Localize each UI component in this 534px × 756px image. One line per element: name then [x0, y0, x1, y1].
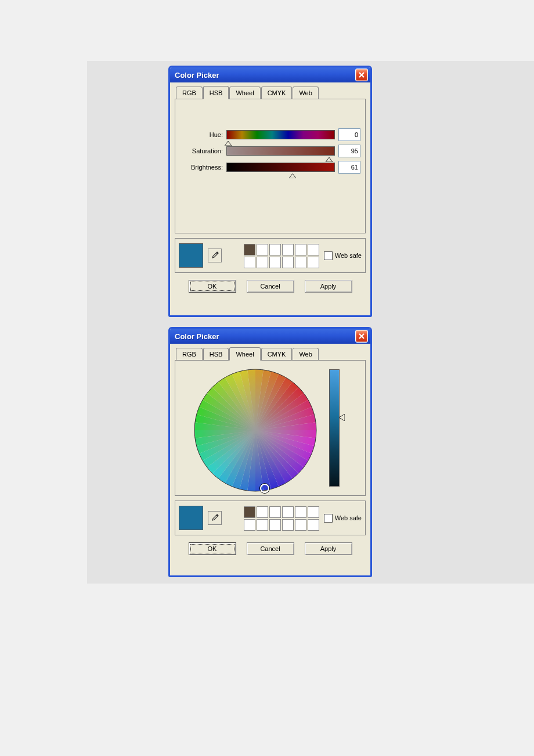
eyedropper-icon	[211, 514, 219, 522]
tab-page-hsb: Hue: Saturation: Brightness:	[175, 99, 366, 233]
color-picker-dialog-wheel: Color Picker RGB HSB Wheel CMYK Web	[168, 327, 372, 577]
recent-colors-palette	[244, 506, 318, 530]
palette-cell[interactable]	[295, 257, 306, 268]
brightness-label: Brightness:	[182, 164, 226, 171]
tab-strip: RGB HSB Wheel CMYK Web	[170, 344, 370, 360]
palette-cell[interactable]	[308, 244, 319, 255]
web-safe-label: Web safe	[335, 514, 362, 521]
value-slider[interactable]	[329, 369, 340, 487]
recent-colors-palette	[244, 244, 318, 267]
palette-cell[interactable]	[244, 257, 255, 268]
tab-wheel[interactable]: Wheel	[229, 87, 260, 99]
color-wheel[interactable]	[192, 366, 319, 494]
current-color-swatch	[179, 506, 203, 530]
web-safe-option[interactable]: Web safe	[324, 514, 362, 523]
web-safe-checkbox[interactable]	[324, 514, 333, 523]
palette-cell[interactable]	[295, 519, 306, 531]
palette-cell[interactable]	[257, 257, 268, 268]
window-title: Color Picker	[175, 71, 219, 80]
saturation-thumb[interactable]	[326, 156, 333, 160]
palette-cell[interactable]	[269, 257, 281, 268]
eyedropper-button[interactable]	[208, 249, 222, 262]
palette-cell[interactable]	[308, 506, 319, 518]
eyedropper-icon	[211, 251, 219, 260]
saturation-input[interactable]	[338, 145, 360, 157]
brightness-slider[interactable]	[226, 163, 335, 172]
tab-web[interactable]: Web	[293, 87, 318, 99]
wheel-picker-thumb[interactable]	[260, 484, 269, 493]
svg-rect-11	[217, 514, 218, 516]
svg-rect-5	[217, 252, 218, 254]
titlebar[interactable]: Color Picker	[170, 67, 370, 82]
svg-marker-10	[339, 414, 345, 421]
svg-marker-4	[289, 174, 296, 178]
palette-cell[interactable]	[244, 506, 255, 518]
web-safe-checkbox[interactable]	[324, 251, 333, 260]
tab-cmyk[interactable]: CMYK	[261, 348, 293, 360]
palette-cell[interactable]	[244, 519, 255, 531]
palette-cell[interactable]	[295, 506, 306, 518]
hue-input[interactable]	[338, 128, 360, 141]
svg-point-8	[195, 370, 316, 491]
cancel-button[interactable]: Cancel	[247, 542, 294, 555]
palette-cell[interactable]	[269, 506, 281, 518]
palette-cell[interactable]	[295, 244, 306, 255]
web-safe-label: Web safe	[335, 252, 362, 259]
dialog-buttons: OK Cancel Apply	[170, 542, 370, 555]
apply-button[interactable]: Apply	[305, 542, 352, 555]
tab-hsb[interactable]: HSB	[203, 348, 229, 360]
palette-cell[interactable]	[269, 519, 281, 531]
apply-button[interactable]: Apply	[305, 280, 352, 293]
tab-hsb[interactable]: HSB	[203, 86, 229, 99]
swatch-row: Web safe	[175, 238, 366, 273]
palette-cell[interactable]	[244, 244, 255, 255]
color-picker-dialog-hsb: Color Picker RGB HSB Wheel CMYK Web Hue:	[168, 66, 372, 317]
tab-web[interactable]: Web	[293, 348, 318, 360]
hue-slider[interactable]	[226, 130, 335, 139]
value-slider-thumb[interactable]	[339, 414, 345, 421]
palette-cell[interactable]	[257, 244, 268, 255]
palette-cell[interactable]	[282, 519, 294, 531]
eyedropper-button[interactable]	[208, 511, 222, 525]
palette-cell[interactable]	[257, 506, 268, 518]
current-color-swatch	[179, 243, 203, 268]
dialog-buttons: OK Cancel Apply	[170, 280, 370, 293]
saturation-slider[interactable]	[226, 146, 335, 156]
window-title: Color Picker	[175, 332, 219, 341]
ok-button[interactable]: OK	[189, 542, 236, 555]
palette-cell[interactable]	[269, 244, 281, 255]
brightness-input[interactable]	[338, 161, 360, 174]
tab-cmyk[interactable]: CMYK	[261, 87, 293, 99]
palette-cell[interactable]	[282, 506, 294, 518]
palette-cell[interactable]	[308, 519, 319, 531]
saturation-label: Saturation:	[182, 147, 226, 154]
palette-cell[interactable]	[257, 519, 268, 531]
web-safe-option[interactable]: Web safe	[324, 251, 362, 260]
tab-rgb[interactable]: RGB	[176, 348, 203, 360]
hue-label: Hue:	[182, 131, 226, 138]
tab-rgb[interactable]: RGB	[176, 87, 203, 99]
close-icon	[358, 71, 365, 78]
tab-strip: RGB HSB Wheel CMYK Web	[170, 82, 370, 99]
ok-button[interactable]: OK	[189, 280, 236, 293]
palette-cell[interactable]	[308, 257, 319, 268]
tab-page-wheel	[175, 360, 366, 496]
palette-cell[interactable]	[282, 244, 294, 255]
tab-wheel[interactable]: Wheel	[229, 347, 260, 361]
cancel-button[interactable]: Cancel	[247, 280, 294, 293]
palette-cell[interactable]	[282, 257, 294, 268]
swatch-row: Web safe	[175, 501, 366, 535]
close-button[interactable]	[355, 330, 368, 343]
titlebar[interactable]: Color Picker	[170, 329, 370, 344]
hue-thumb[interactable]	[225, 139, 232, 144]
close-button[interactable]	[355, 69, 368, 81]
brightness-thumb[interactable]	[289, 172, 296, 177]
close-icon	[358, 333, 365, 340]
